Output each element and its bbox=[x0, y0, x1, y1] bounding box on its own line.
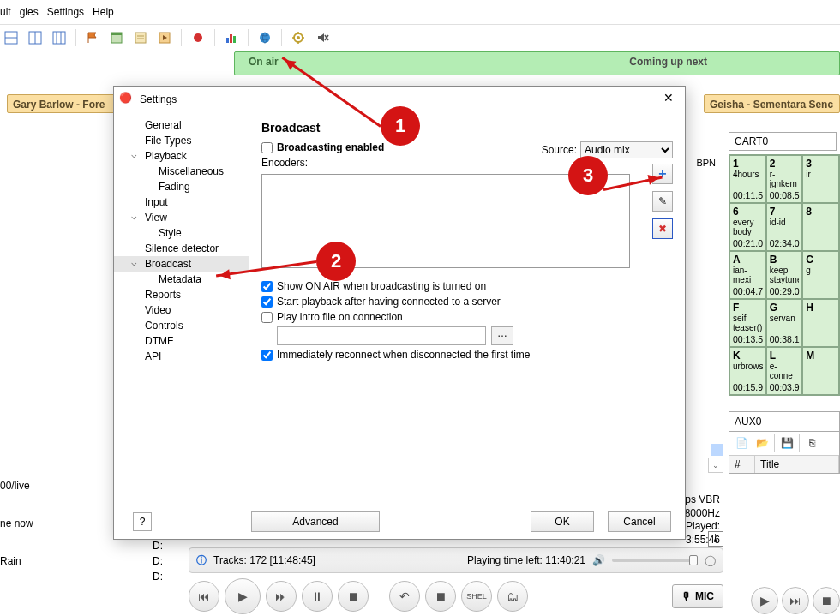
cart-cell[interactable]: 6every body00:21.0 bbox=[729, 203, 766, 251]
tree-reports[interactable]: Reports bbox=[114, 287, 249, 302]
tree-controls[interactable]: Controls bbox=[114, 318, 249, 333]
svg-point-20 bbox=[297, 36, 300, 39]
tree-filetypes[interactable]: File Types bbox=[114, 133, 249, 148]
globe-icon[interactable] bbox=[255, 28, 274, 47]
panel-heading: Broadcast bbox=[261, 121, 673, 135]
aux-col-title[interactable]: Title bbox=[755, 456, 839, 473]
intro-file-row[interactable]: Play intro file on connection bbox=[261, 311, 673, 323]
aux-tab[interactable]: AUX0 bbox=[729, 411, 840, 432]
stop2-button[interactable]: ⏹ bbox=[425, 581, 456, 612]
cart-cell[interactable]: Bkeep staytune00:29.0 bbox=[766, 251, 803, 299]
pause-button[interactable]: ⏸ bbox=[302, 581, 333, 612]
edit-encoder-button[interactable]: ✎ bbox=[652, 191, 673, 212]
cart-cell[interactable]: 14hours00:11.5 bbox=[729, 155, 766, 203]
mute-icon[interactable] bbox=[313, 28, 332, 47]
tree-view[interactable]: View bbox=[114, 210, 249, 225]
rewind-button[interactable]: ↶ bbox=[389, 581, 420, 612]
gear-icon[interactable] bbox=[289, 28, 308, 47]
new-file-icon[interactable]: 📄 bbox=[733, 434, 750, 452]
broadcast-panel: Broadcast Broadcasting enabled Encoders:… bbox=[249, 112, 685, 506]
layout-1-icon[interactable] bbox=[2, 28, 21, 47]
speaker-icon[interactable]: 🔊 bbox=[592, 554, 605, 566]
play-small-icon[interactable] bbox=[155, 28, 174, 47]
enable-broadcast-checkbox[interactable] bbox=[261, 142, 273, 153]
expand-icon[interactable]: ◯ bbox=[705, 554, 716, 566]
tree-video[interactable]: Video bbox=[114, 302, 249, 318]
cancel-button[interactable]: Cancel bbox=[608, 511, 671, 532]
menu-item[interactable]: ult bbox=[0, 6, 11, 18]
close-button[interactable]: ✕ bbox=[657, 91, 680, 108]
intro-file-checkbox[interactable] bbox=[261, 312, 273, 323]
open-icon[interactable]: 📂 bbox=[753, 434, 771, 452]
tree-fading[interactable]: Fading bbox=[114, 179, 249, 194]
chart-icon[interactable] bbox=[222, 28, 241, 47]
shell-button[interactable]: SHEL bbox=[461, 581, 492, 612]
intro-file-input[interactable] bbox=[277, 326, 486, 345]
menu-item[interactable]: gles bbox=[20, 6, 39, 18]
cart-cell[interactable]: H bbox=[802, 299, 839, 347]
window-icon[interactable] bbox=[107, 28, 126, 47]
svg-rect-4 bbox=[53, 32, 65, 44]
tree-input[interactable]: Input bbox=[114, 194, 249, 210]
cart-cell[interactable]: 3ir bbox=[802, 155, 839, 203]
tree-misc[interactable]: Miscellaneous bbox=[114, 164, 249, 179]
copy-icon[interactable]: ⎘ bbox=[803, 434, 820, 452]
menu-item-settings[interactable]: Settings bbox=[47, 6, 84, 18]
advanced-button[interactable]: Advanced bbox=[251, 511, 380, 532]
bottom-area: ⓘ Tracks: 172 [11:48:45] Playing time le… bbox=[0, 547, 723, 616]
cart-tab[interactable]: CART0 bbox=[729, 132, 837, 151]
cart-cell[interactable]: M bbox=[802, 347, 839, 395]
aux-stop-button[interactable]: ⏹ bbox=[813, 587, 840, 614]
download-icon[interactable]: ⭳ bbox=[708, 531, 723, 547]
browse-button[interactable]: … bbox=[491, 326, 513, 345]
show-onair-checkbox[interactable] bbox=[261, 281, 273, 292]
annotation-badge-1: 1 bbox=[381, 106, 420, 146]
scroll-down-icon[interactable]: ⌄ bbox=[708, 458, 723, 473]
menu-item-help[interactable]: Help bbox=[93, 6, 114, 18]
record-icon[interactable] bbox=[189, 28, 207, 47]
delete-encoder-button[interactable]: ✖ bbox=[652, 218, 673, 239]
layout-2-icon[interactable] bbox=[26, 28, 45, 47]
tree-style[interactable]: Style bbox=[114, 225, 249, 241]
aux-next-button[interactable]: ⏭ bbox=[782, 587, 809, 614]
mic-button[interactable]: 🎙 MIC bbox=[672, 584, 723, 608]
cart-cell[interactable]: Fseif teaser()00:13.5 bbox=[729, 299, 766, 347]
start-playback-checkbox[interactable] bbox=[261, 296, 273, 308]
tree-api[interactable]: API bbox=[114, 349, 249, 364]
tracks-count: Tracks: 172 [11:48:45] bbox=[213, 554, 315, 566]
start-playback-label: Start playback after having connected to… bbox=[277, 296, 501, 308]
cart-cell[interactable]: 8 bbox=[802, 203, 839, 251]
cart-cell[interactable]: Cg bbox=[802, 251, 839, 299]
help-button[interactable]: ? bbox=[133, 512, 152, 531]
next-button[interactable]: ⏭ bbox=[266, 581, 297, 612]
source-select[interactable]: Audio mix bbox=[580, 141, 673, 158]
folder-button[interactable]: 🗂 bbox=[497, 581, 528, 612]
start-playback-row[interactable]: Start playback after having connected to… bbox=[261, 296, 673, 308]
prev-button[interactable]: ⏮ bbox=[189, 581, 219, 612]
cart-cell[interactable]: Le-conne00:03.9 bbox=[766, 347, 803, 395]
aux-col-num[interactable]: # bbox=[729, 456, 755, 473]
volume-slider[interactable] bbox=[612, 559, 698, 562]
stop-button[interactable]: ⏹ bbox=[338, 581, 369, 612]
tree-dtmf[interactable]: DTMF bbox=[114, 333, 249, 349]
cart-cell[interactable]: 7id-id02:34.0 bbox=[766, 203, 803, 251]
dialog-title: Settings bbox=[140, 93, 177, 105]
tree-silence[interactable]: Silence detector bbox=[114, 241, 249, 256]
cart-cell[interactable]: Aian-mexi00:04.7 bbox=[729, 251, 766, 299]
cart-cell[interactable]: 2r-jgnkem00:08.5 bbox=[766, 155, 803, 203]
layout-3-icon[interactable] bbox=[50, 28, 69, 47]
form-icon[interactable] bbox=[131, 28, 150, 47]
tree-playback[interactable]: Playback bbox=[114, 148, 249, 164]
cart-cell[interactable]: Gservan00:38.1 bbox=[766, 299, 803, 347]
reconnect-row[interactable]: Immediately reconnect when disconnected … bbox=[261, 349, 673, 361]
ok-button[interactable]: OK bbox=[531, 511, 594, 532]
reconnect-checkbox[interactable] bbox=[261, 350, 273, 361]
encoders-label: Encoders: bbox=[261, 157, 673, 169]
cart-cell[interactable]: Kurbrows00:15.9 bbox=[729, 347, 766, 395]
save-icon[interactable]: 💾 bbox=[778, 434, 795, 452]
aux-play-button[interactable]: ▶ bbox=[751, 587, 778, 614]
show-onair-row[interactable]: Show ON AIR when broadcasting is turned … bbox=[261, 280, 673, 292]
flag-icon[interactable] bbox=[83, 28, 102, 47]
tree-general[interactable]: General bbox=[114, 117, 249, 133]
play-button[interactable]: ▶ bbox=[225, 578, 261, 614]
